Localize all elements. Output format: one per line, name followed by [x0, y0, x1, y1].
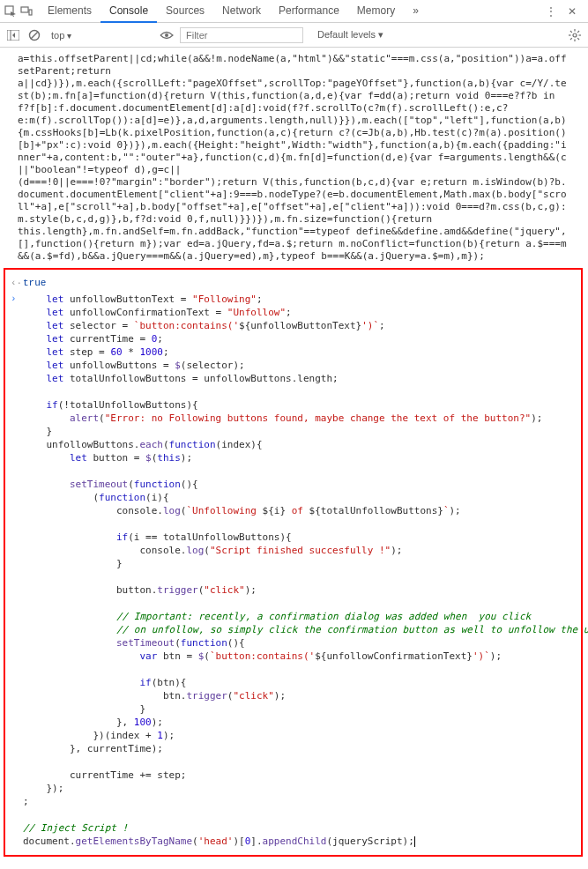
svg-rect-2 [29, 10, 32, 15]
svg-line-15 [570, 38, 572, 40]
eye-icon[interactable] [159, 27, 175, 43]
svg-rect-1 [21, 7, 28, 12]
code-editor-content[interactable]: let unfollowButtonText = "Following"; le… [23, 293, 588, 848]
tab-memory[interactable]: Memory [348, 0, 404, 23]
console-output: a=this.offsetParent||cd;while(a&&!m.node… [0, 48, 588, 865]
console-toolbar: top ▾ Default levels ▾ [0, 23, 588, 48]
devtools-tab-header: Elements Console Sources Network Perform… [0, 0, 588, 23]
more-options-icon[interactable]: ⋮ [544, 4, 558, 19]
text-cursor [414, 836, 415, 847]
device-toggle-icon[interactable] [19, 4, 33, 19]
tab-more[interactable]: » [404, 0, 428, 23]
minified-code-output: a=this.offsetParent||cd;while(a&&!m.node… [0, 51, 588, 264]
context-selector[interactable]: top ▾ [48, 28, 153, 42]
result-line: ‹· true [5, 275, 581, 291]
result-value: true [23, 277, 46, 289]
filter-input[interactable] [180, 27, 303, 43]
inspect-element-icon[interactable] [4, 4, 18, 19]
settings-gear-icon[interactable] [567, 27, 583, 43]
svg-line-16 [577, 31, 579, 33]
tab-elements[interactable]: Elements [39, 0, 100, 23]
svg-line-14 [577, 38, 579, 40]
svg-point-7 [165, 33, 168, 37]
result-arrow-icon: ‹· [11, 277, 18, 289]
tab-performance[interactable]: Performance [270, 0, 348, 23]
highlighted-console-block: ‹· true › let unfollowButtonText = "Foll… [4, 268, 583, 857]
devtools-tabs: Elements Console Sources Network Perform… [39, 0, 542, 23]
input-arrow-icon: › [11, 293, 18, 848]
tab-console[interactable]: Console [100, 0, 157, 23]
svg-line-6 [31, 32, 38, 39]
console-input-block[interactable]: › let unfollowButtonText = "Following"; … [5, 291, 581, 850]
svg-point-8 [573, 33, 577, 37]
svg-line-13 [570, 31, 572, 33]
sidebar-toggle-icon[interactable] [5, 27, 21, 43]
close-devtools-icon[interactable]: ✕ [565, 4, 579, 19]
clear-console-icon[interactable] [26, 27, 42, 43]
tab-network[interactable]: Network [213, 0, 270, 23]
log-levels-selector[interactable]: Default levels ▾ [317, 29, 383, 41]
tab-sources[interactable]: Sources [157, 0, 213, 23]
